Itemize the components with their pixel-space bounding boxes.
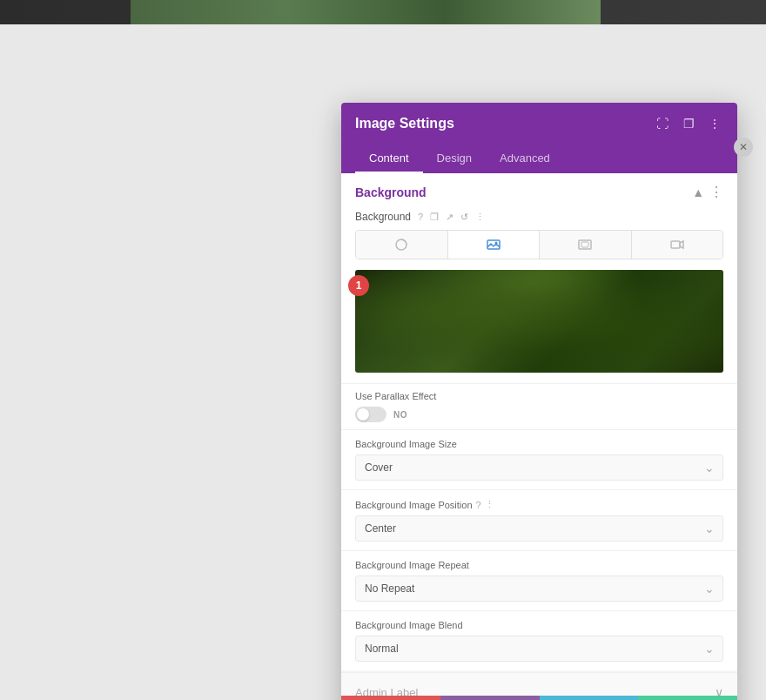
bg-help-icon[interactable]: ? — [418, 212, 423, 222]
more-options-icon[interactable]: ⋮ — [706, 115, 723, 132]
step-badge: 1 — [348, 275, 369, 296]
bg-copy-icon[interactable]: ❐ — [430, 212, 439, 223]
admin-label-chevron: ∨ — [715, 685, 723, 696]
bg-image-position-label: Background Image Position ? ⋮ — [355, 499, 723, 510]
bg-image-position-select[interactable]: Center Top Left Top Center Top Right — [355, 515, 723, 542]
bg-type-image[interactable] — [448, 231, 541, 259]
parallax-toggle[interactable] — [355, 407, 386, 422]
save-button[interactable]: ✓ — [638, 696, 737, 700]
parallax-toggle-row: Use Parallax Effect NO — [341, 383, 737, 429]
admin-label-section[interactable]: Admin Label ∨ — [341, 672, 737, 696]
svg-rect-5 — [671, 241, 680, 248]
svg-rect-4 — [581, 242, 588, 247]
panel-tabs: Content Design Advanced — [341, 145, 737, 173]
bg-image-repeat-select[interactable]: No Repeat Repeat Repeat X Repeat Y — [355, 575, 723, 602]
tab-advanced[interactable]: Advanced — [486, 145, 564, 173]
bg-image-position-wrapper: Center Top Left Top Center Top Right — [355, 515, 723, 542]
image-preview-overlay — [355, 270, 723, 373]
background-section: Background ▲ ⋮ Background ? ❐ ↗ ↺ ⋮ — [341, 173, 737, 670]
bg-label: Background — [355, 211, 411, 223]
position-help-icon[interactable]: ? — [476, 500, 481, 510]
redo-button[interactable]: ↻ — [540, 696, 639, 700]
panel-footer: ✕ ↺ ↻ ✓ — [341, 696, 737, 700]
parallax-toggle-label: NO — [393, 410, 407, 420]
section-collapse-icon[interactable]: ▲ — [692, 185, 704, 199]
image-settings-panel: Image Settings ⛶ ❐ ⋮ Content Design Adva… — [341, 103, 737, 700]
tab-content[interactable]: Content — [355, 145, 423, 173]
bg-image-blend-wrapper: Normal Multiply Screen Overlay — [355, 636, 723, 662]
bg-image-size-wrapper: Cover Contain Auto — [355, 454, 723, 481]
top-bar-image — [131, 0, 601, 24]
fullscreen-icon[interactable]: ⛶ — [654, 115, 671, 132]
bg-reset-icon[interactable]: ↺ — [460, 212, 468, 223]
bg-image-size-select[interactable]: Cover Contain Auto — [355, 454, 723, 481]
bg-image-repeat-group: Background Image Repeat No Repeat Repeat… — [341, 550, 737, 610]
bg-type-gradient[interactable] — [356, 231, 448, 259]
parallax-label: Use Parallax Effect — [355, 391, 723, 401]
bg-image-repeat-label: Background Image Repeat — [355, 560, 723, 570]
section-more-icon[interactable]: ⋮ — [709, 184, 723, 200]
panel-body: Background ▲ ⋮ Background ? ❐ ↗ ↺ ⋮ — [341, 173, 737, 696]
admin-label-text: Admin Label — [355, 686, 418, 697]
close-button-outer[interactable]: ✕ — [734, 138, 753, 157]
bg-type-photo[interactable] — [540, 231, 632, 259]
toggle-knob — [357, 408, 369, 421]
cancel-button[interactable]: ✕ — [341, 696, 440, 700]
bg-type-tabs — [355, 230, 723, 259]
panel-header-icons: ⛶ ❐ ⋮ — [654, 115, 723, 132]
reset-button[interactable]: ↺ — [440, 696, 540, 700]
bg-arrow-icon[interactable]: ↗ — [446, 212, 454, 223]
section-header-right: ▲ ⋮ — [692, 184, 723, 200]
bg-image-repeat-wrapper: No Repeat Repeat Repeat X Repeat Y — [355, 575, 723, 602]
panel-title: Image Settings — [355, 116, 454, 131]
bg-more-icon[interactable]: ⋮ — [475, 212, 485, 223]
bg-image-blend-select[interactable]: Normal Multiply Screen Overlay — [355, 636, 723, 662]
panel-header: Image Settings ⛶ ❐ ⋮ — [341, 103, 737, 145]
section-title: Background — [355, 185, 427, 199]
position-more-icon[interactable]: ⋮ — [485, 499, 494, 510]
image-preview-container: 1 — [355, 270, 723, 373]
bg-image-size-label: Background Image Size — [355, 439, 723, 449]
section-header: Background ▲ ⋮ — [341, 173, 737, 207]
top-bar — [0, 0, 766, 24]
bg-image-blend-label: Background Image Blend — [355, 620, 723, 630]
bg-image-blend-group: Background Image Blend Normal Multiply S… — [341, 610, 737, 670]
duplicate-icon[interactable]: ❐ — [680, 115, 697, 132]
svg-point-2 — [494, 242, 497, 245]
image-preview[interactable] — [355, 270, 723, 373]
bg-image-position-group: Background Image Position ? ⋮ Center Top… — [341, 489, 737, 550]
bg-type-video[interactable] — [632, 231, 723, 259]
bg-image-size-group: Background Image Size Cover Contain Auto — [341, 429, 737, 489]
tab-design[interactable]: Design — [423, 145, 486, 173]
bg-label-row: Background ? ❐ ↗ ↺ ⋮ — [341, 207, 737, 230]
